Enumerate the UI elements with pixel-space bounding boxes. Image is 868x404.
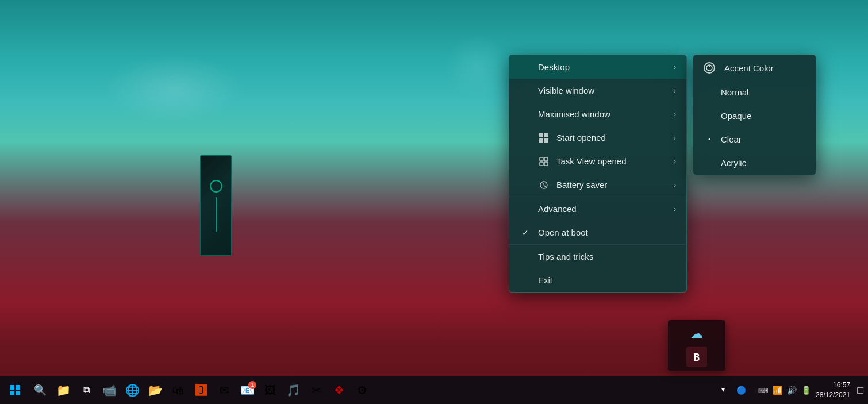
taskbar-office[interactable]: 🅾: [191, 380, 212, 401]
submenu-visible-window: Accent Color Normal Opaque • Clear Acryl…: [693, 55, 816, 175]
menu-item-desktop[interactable]: Desktop ›: [509, 55, 686, 79]
taskbar-start-button[interactable]: [5, 380, 25, 401]
office-icon: 🅾: [195, 384, 207, 397]
taskbar-time-display: 16:57: [816, 380, 850, 390]
taskbar-edge[interactable]: 🌐: [122, 380, 143, 401]
taskbar-search-button[interactable]: 🔍: [30, 380, 51, 401]
submenu-item-normal[interactable]: Normal: [693, 80, 816, 104]
submenu-header-accent: Accent Color: [693, 55, 816, 80]
taskbar-settings[interactable]: ⚙: [352, 380, 372, 401]
menu-arrow-start: ›: [674, 134, 676, 142]
svg-rect-5: [544, 157, 548, 161]
taskbar-keyboard[interactable]: ⌨: [758, 386, 768, 395]
svg-rect-2: [539, 138, 543, 143]
sub-label-acrylic: Acrylic: [721, 158, 804, 168]
menu-item-visible-window[interactable]: Visible window ›: [509, 79, 686, 102]
menu-label-exit: Exit: [538, 275, 676, 285]
taskview-icon: [538, 157, 550, 166]
menu-item-tips[interactable]: Tips and tricks: [509, 245, 686, 268]
svg-rect-7: [544, 162, 548, 166]
menu-item-exit[interactable]: Exit: [509, 268, 686, 292]
mail-icon: ✉: [220, 383, 229, 397]
menu-arrow-visible: ›: [674, 87, 676, 95]
multitasking-icon: ⧉: [83, 385, 90, 395]
file-explorer-icon: 📁: [56, 383, 71, 397]
svg-rect-1: [544, 133, 548, 137]
taskbar-folder[interactable]: 📂: [145, 380, 166, 401]
sub-check-clear: •: [705, 136, 714, 143]
menu-label-advanced: Advanced: [538, 204, 667, 214]
windows-icon: [10, 385, 20, 395]
settings-icon: ⚙: [357, 383, 367, 397]
menu-label-visible: Visible window: [538, 86, 667, 95]
search-icon: 🔍: [34, 384, 47, 397]
winstore2-icon: ❖: [334, 383, 344, 397]
folder-icon: 📂: [148, 383, 163, 397]
snipping-icon: ✂: [312, 383, 321, 397]
menu-check-boot: ✓: [520, 228, 531, 237]
menu-item-advanced[interactable]: Advanced ›: [509, 197, 686, 221]
taskbar-photos[interactable]: 🖼: [260, 380, 281, 401]
accent-color-icon: [704, 62, 715, 74]
tray-edge-icon[interactable]: 🔵: [733, 382, 749, 398]
taskbar-spotify[interactable]: 🎵: [283, 380, 304, 401]
taskbar-battery[interactable]: 🔋: [801, 386, 811, 395]
wifi-icon: 📶: [773, 386, 782, 395]
svg-line-10: [544, 185, 546, 187]
edge-icon: 🌐: [125, 383, 140, 397]
svg-rect-0: [539, 133, 543, 137]
taskbar-volume[interactable]: 🔊: [787, 386, 797, 395]
context-menu: Desktop › Visible window › Maximised win…: [509, 55, 687, 293]
taskbar-file-explorer[interactable]: 📁: [53, 380, 74, 401]
menu-label-tips: Tips and tricks: [538, 252, 676, 261]
taskbar-store[interactable]: 🛍: [168, 380, 189, 401]
taskbar-winstore2[interactable]: ❖: [329, 380, 349, 401]
monolith-line: [216, 197, 217, 232]
submenu-item-clear[interactable]: • Clear: [693, 128, 816, 151]
volume-icon: 🔊: [787, 386, 797, 395]
taskbar-teams[interactable]: 📹: [99, 380, 120, 401]
menu-label-taskview: Task View opened: [556, 156, 667, 166]
taskbar-mail[interactable]: ✉: [214, 380, 235, 401]
menu-label-battery: Battery saver: [556, 180, 667, 190]
taskbar: 🔍 📁 ⧉ 📹 🌐 📂 🛍 🅾 ✉: [0, 376, 868, 404]
menu-arrow-advanced: ›: [674, 205, 676, 213]
taskbar-left: 🔍 📁 ⧉ 📹 🌐 📂 🛍 🅾 ✉: [5, 380, 718, 401]
submenu-item-acrylic[interactable]: Acrylic: [693, 151, 816, 175]
taskbar-snipping[interactable]: ✂: [306, 380, 327, 401]
spotify-icon: 🎵: [286, 383, 301, 397]
menu-label-max: Maximised window: [538, 109, 667, 119]
photos-icon: 🖼: [264, 384, 276, 397]
menu-label-desktop: Desktop: [538, 62, 667, 72]
taskbar-notification[interactable]: □: [857, 384, 863, 397]
taskbar-date-display: 28/12/2021: [816, 390, 850, 400]
battery-icon: [538, 180, 550, 190]
taskbar-time-date[interactable]: 16:57 28/12/2021: [816, 380, 850, 400]
taskbar-tray-area: 🔵: [733, 382, 749, 398]
tray-popup-cloud-icon[interactable]: ☁: [686, 324, 707, 344]
menu-item-open-at-boot[interactable]: ✓ Open at boot: [509, 221, 686, 244]
taskbar-multitasking[interactable]: ⧉: [76, 380, 97, 401]
submenu-item-opaque[interactable]: Opaque: [693, 104, 816, 128]
tray-edge-search: 🔵: [736, 386, 746, 395]
keyboard-icon: ⌨: [758, 387, 768, 395]
taskbar-tray-chevron[interactable]: ▲: [718, 385, 728, 396]
menu-item-start-opened[interactable]: Start opened ›: [509, 126, 686, 149]
svg-rect-6: [540, 162, 543, 166]
chevron-icon: ▲: [720, 387, 726, 394]
taskbar-mail2[interactable]: 📧 1: [237, 380, 258, 401]
notification-icon: □: [857, 384, 863, 396]
monolith-circle: [210, 180, 222, 193]
menu-item-task-view[interactable]: Task View opened ›: [509, 149, 686, 173]
menu-item-maximised-window[interactable]: Maximised window ›: [509, 102, 686, 126]
menu-arrow-desktop: ›: [674, 63, 676, 71]
taskbar-right: ▲ 🔵 ⌨ 📶 🔊 🔋 16:57 28/12/2021: [718, 380, 863, 400]
tray-popup-b-icon[interactable]: B: [686, 347, 707, 367]
menu-item-battery-saver[interactable]: Battery saver ›: [509, 173, 686, 197]
svg-rect-3: [544, 138, 548, 143]
sub-label-clear: Clear: [721, 134, 804, 144]
submenu-accent-label: Accent Color: [724, 63, 805, 73]
menu-label-start: Start opened: [556, 133, 667, 143]
monolith-artifact: [200, 155, 232, 256]
taskbar-wifi[interactable]: 📶: [773, 386, 782, 395]
